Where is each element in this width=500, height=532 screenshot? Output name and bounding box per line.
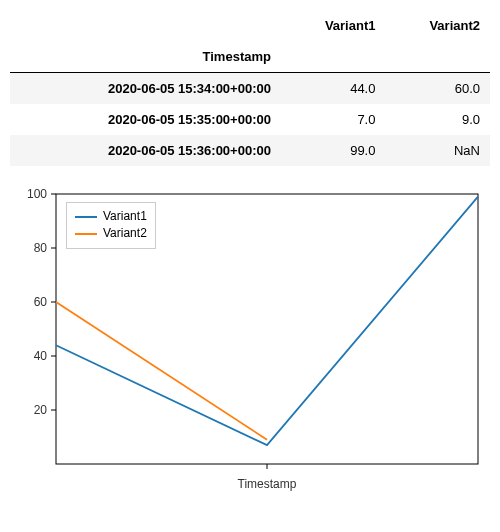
legend-item: Variant2: [75, 225, 147, 242]
data-table: Variant1 Variant2 Timestamp 2020-06-05 1…: [10, 10, 490, 166]
table-index-header-row: Timestamp: [10, 41, 490, 73]
cell-variant2: 9.0: [385, 104, 490, 135]
row-timestamp: 2020-06-05 15:36:00+00:00: [10, 135, 281, 166]
row-timestamp: 2020-06-05 15:35:00+00:00: [10, 104, 281, 135]
legend-label: Variant1: [103, 208, 147, 225]
legend-item: Variant1: [75, 208, 147, 225]
table-row: 2020-06-05 15:35:00+00:00 7.0 9.0: [10, 104, 490, 135]
table-column-header-row: Variant1 Variant2: [10, 10, 490, 41]
y-tick-label: 40: [34, 349, 48, 363]
cell-variant2: NaN: [385, 135, 490, 166]
index-name: Timestamp: [10, 41, 281, 73]
y-tick-label: 80: [34, 241, 48, 255]
chart-legend: Variant1Variant2: [66, 202, 156, 249]
cell-variant1: 7.0: [281, 104, 386, 135]
col-header-variant2: Variant2: [385, 10, 490, 41]
series-line-variant2: [56, 302, 267, 440]
cell-variant1: 44.0: [281, 73, 386, 105]
legend-swatch: [75, 233, 97, 235]
col-header-variant1: Variant1: [281, 10, 386, 41]
x-axis-label: Timestamp: [238, 477, 297, 491]
legend-swatch: [75, 216, 97, 218]
row-timestamp: 2020-06-05 15:34:00+00:00: [10, 73, 281, 105]
y-tick-label: 60: [34, 295, 48, 309]
table-row: 2020-06-05 15:34:00+00:00 44.0 60.0: [10, 73, 490, 105]
cell-variant2: 60.0: [385, 73, 490, 105]
legend-label: Variant2: [103, 225, 147, 242]
y-tick-label: 100: [27, 187, 47, 201]
y-tick-label: 20: [34, 403, 48, 417]
line-chart: 20406080100Timestamp Variant1Variant2: [10, 184, 490, 504]
cell-variant1: 99.0: [281, 135, 386, 166]
table-row: 2020-06-05 15:36:00+00:00 99.0 NaN: [10, 135, 490, 166]
